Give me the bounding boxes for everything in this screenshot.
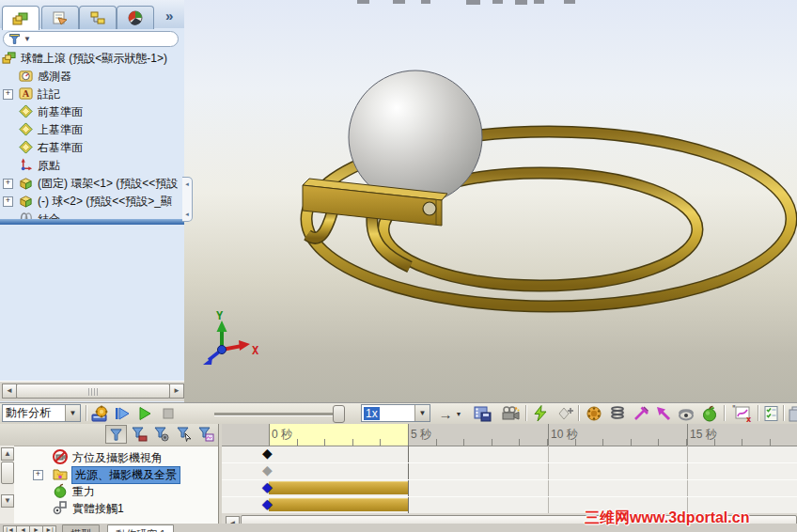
playback-mode-arrow-icon: → xyxy=(439,406,453,422)
force-button[interactable] xyxy=(653,404,674,423)
results-chart-icon: " x xyxy=(731,405,752,422)
duration-bar-gravity[interactable] xyxy=(269,481,408,494)
tree-filter-bar[interactable]: ▼ xyxy=(3,31,179,47)
playback-slider-track[interactable] xyxy=(214,413,344,416)
motion-row-orientation[interactable]: 方位及攝影機視角 xyxy=(14,448,218,465)
animation-wizard-button[interactable] xyxy=(500,404,521,423)
expand-plus[interactable]: + xyxy=(3,89,13,100)
filter-results-button[interactable] xyxy=(195,425,217,444)
tree-item-annotations[interactable]: + A 註記 xyxy=(0,85,184,102)
force-arrow-icon xyxy=(655,405,672,422)
damper-button[interactable] xyxy=(631,404,651,423)
duration-bar-contact[interactable] xyxy=(269,498,408,511)
tab-nav-next-icon[interactable]: ► xyxy=(29,525,43,532)
collapse-panel-button[interactable] xyxy=(786,404,797,423)
tab-nav-last-icon[interactable]: ►| xyxy=(42,525,56,532)
tree-item-sensors[interactable]: 感測器 xyxy=(0,67,184,85)
tree-item-front-plane[interactable]: 前基準面 xyxy=(0,102,184,120)
expand-plus[interactable]: + xyxy=(3,196,13,207)
scroll-thumb[interactable] xyxy=(16,383,170,399)
study-type-dropdown[interactable]: 動作分析 ▼ xyxy=(2,404,81,422)
timeline-ruler[interactable]: 0 秒 5 秒 10 秒 15 秒 xyxy=(222,424,797,446)
sensors-icon xyxy=(19,69,33,83)
tree-flyout-handle[interactable]: ◂ ◂ xyxy=(182,177,193,222)
panel-expand-chevron[interactable]: » xyxy=(165,8,173,23)
scroll-up-button[interactable]: ▲ xyxy=(1,447,14,461)
motor-button[interactable] xyxy=(584,404,604,423)
keyrow-orientation[interactable]: ◆ xyxy=(222,446,797,463)
display-manager-icon xyxy=(126,10,145,25)
key-diamond-blue[interactable]: ◆ xyxy=(262,495,273,512)
panel-empty-area xyxy=(0,225,184,381)
keyrow-gravity[interactable]: ◆ xyxy=(222,479,797,497)
key-diamond-black[interactable]: ◆ xyxy=(262,445,273,462)
play-button[interactable] xyxy=(134,404,155,423)
results-plots-button[interactable]: " x xyxy=(729,404,754,423)
tab-motion-study-1[interactable]: 動作研究 1 xyxy=(107,524,174,532)
motor-key-button[interactable] xyxy=(531,404,550,423)
tab-nav-prev-icon[interactable]: ◄ xyxy=(16,525,30,532)
playback-speed-dropdown[interactable]: 1x ▼ xyxy=(361,404,430,422)
motion-row-gravity[interactable]: 重力 xyxy=(14,482,218,499)
spring-button[interactable] xyxy=(607,404,628,423)
scroll-left-button[interactable]: ◄ xyxy=(2,383,17,399)
play-from-start-button[interactable] xyxy=(112,404,133,423)
stop-button[interactable] xyxy=(158,404,179,423)
solid-contact-icon xyxy=(53,500,68,515)
major-tick-5s xyxy=(408,424,409,446)
tree-root[interactable]: 球體上滾 (預設<顯示狀態-1>) xyxy=(0,49,184,67)
expand-plus[interactable]: + xyxy=(3,179,13,189)
camera-views-icon xyxy=(53,449,68,464)
filter-selected-button[interactable] xyxy=(151,425,173,444)
scroll-thumb[interactable] xyxy=(1,462,14,484)
sphere-part[interactable] xyxy=(349,70,482,204)
major-tick-0s xyxy=(269,424,270,446)
tab-display-manager[interactable] xyxy=(117,6,154,29)
tab-model[interactable]: 模型 xyxy=(62,524,100,532)
save-animation-button[interactable] xyxy=(472,404,492,423)
flyout-arrow-icon: ◂ xyxy=(185,180,189,188)
plane-icon xyxy=(19,122,33,136)
scroll-right-button[interactable]: ► xyxy=(169,383,184,399)
scroll-down-button[interactable]: ▼ xyxy=(1,494,14,508)
add-key-icon xyxy=(556,405,574,422)
flyout-arrow-icon: ◂ xyxy=(185,211,189,218)
tab-configuration-manager[interactable] xyxy=(79,6,117,29)
lights-scene-icon xyxy=(53,466,68,481)
play-icon xyxy=(136,405,153,422)
triad-x-label: X xyxy=(252,344,259,357)
filter-animated-button[interactable] xyxy=(174,425,195,444)
tree-item-ring-frame[interactable]: + (固定) 環架<1> (預設<<預設 xyxy=(0,174,184,192)
playback-mode-button[interactable]: → ▼ xyxy=(436,404,464,423)
motion-tree-vscrollbar[interactable]: ▲ ▼ xyxy=(0,446,14,532)
dropdown-arrow-icon[interactable]: ▼ xyxy=(65,405,80,421)
tab-property-manager[interactable] xyxy=(41,6,79,29)
filter-all-button[interactable] xyxy=(105,425,127,444)
graphics-viewport[interactable]: Y X xyxy=(184,0,797,402)
feature-panel-hscrollbar[interactable]: ◄ ► xyxy=(0,381,184,401)
motion-row-contact[interactable]: 實體接觸1 xyxy=(14,499,218,516)
key-diamond-gray[interactable]: ◆ xyxy=(262,462,273,478)
tree-item-ball[interactable]: + (-) 球<2> (預設<<預設>_顯 xyxy=(0,192,184,210)
expand-plus[interactable]: + xyxy=(33,470,43,480)
assembly-icon xyxy=(2,51,16,65)
filter-dropdown-arrow[interactable]: ▼ xyxy=(23,35,31,43)
motion-row-lights[interactable]: + 光源、攝影機及全景 xyxy=(14,465,218,482)
tree-item-right-plane[interactable]: 右基準面 xyxy=(0,138,184,156)
add-key-button[interactable] xyxy=(555,404,575,423)
svg-text:x: x xyxy=(746,415,752,422)
gravity-button[interactable] xyxy=(699,404,720,423)
study-properties-button[interactable] xyxy=(761,404,782,423)
tab-nav-first-icon[interactable]: |◄ xyxy=(3,525,17,532)
dropdown-arrow-icon[interactable]: ▼ xyxy=(414,405,430,421)
keyrow-lights[interactable]: ◆ xyxy=(222,462,797,480)
calculate-button[interactable] xyxy=(89,404,110,423)
contact-button[interactable] xyxy=(676,404,696,423)
playback-slider-thumb[interactable] xyxy=(333,405,345,423)
tree-item-top-plane[interactable]: 上基準面 xyxy=(0,120,184,138)
watermark: 三维网www.3dportal.cn xyxy=(585,509,749,528)
filter-driving-button[interactable] xyxy=(129,425,150,444)
tab-feature-manager[interactable] xyxy=(2,6,39,30)
key-diamond-blue[interactable]: ◆ xyxy=(262,478,273,495)
tree-item-origin[interactable]: 原點 xyxy=(0,156,184,174)
